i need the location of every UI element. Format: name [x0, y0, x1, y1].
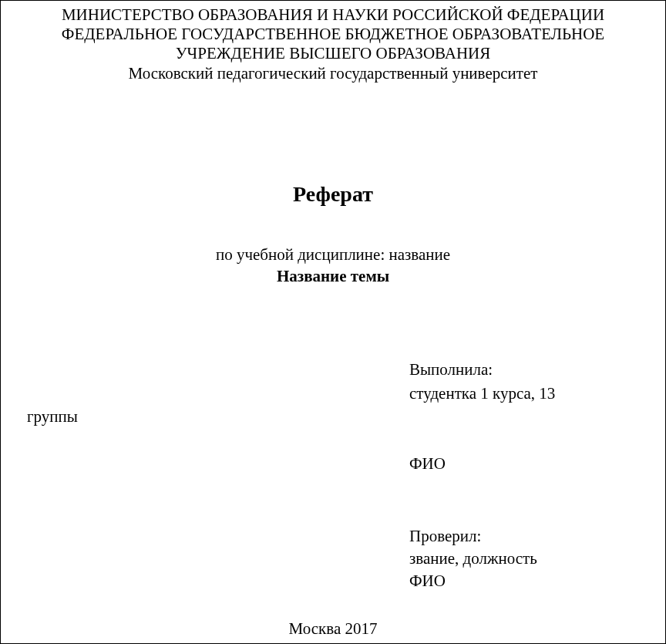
footer-city-year: Москва 2017	[1, 619, 665, 639]
author-fio: ФИО	[409, 452, 446, 475]
document-title-block: Реферат	[1, 182, 665, 207]
topic-name: Название темы	[1, 265, 665, 287]
reviewer-rank: звание, должность	[409, 548, 537, 570]
checked-label: Проверил:	[409, 525, 481, 548]
institution-header: МИНИСТЕРСТВО ОБРАЗОВАНИЯ И НАУКИ РОССИЙС…	[1, 1, 665, 83]
federal-line: ФЕДЕРАЛЬНОЕ ГОСУДАРСТВЕННОЕ БЮДЖЕТНОЕ ОБ…	[1, 25, 665, 44]
student-line: студентка 1 курса, 13	[409, 382, 555, 405]
document-title: Реферат	[1, 182, 665, 207]
performed-label: Выполнила:	[409, 358, 493, 381]
group-word: группы	[1, 405, 665, 428]
reviewer-fio: ФИО	[409, 570, 446, 592]
discipline-line: по учебной дисциплине: название	[1, 244, 665, 265]
institution-type-line: УЧРЕЖДЕНИЕ ВЫСШЕГО ОБРАЗОВАНИЯ	[1, 44, 665, 63]
university-name: Московский педагогический государственны…	[1, 64, 665, 83]
reviewer-block: Проверил: звание, должность ФИО	[1, 525, 665, 593]
ministry-line: МИНИСТЕРСТВО ОБРАЗОВАНИЯ И НАУКИ РОССИЙС…	[1, 5, 665, 25]
discipline-block: по учебной дисциплине: название Название…	[1, 244, 665, 288]
author-block: Выполнила: студентка 1 курса, 13 группы …	[1, 358, 665, 475]
